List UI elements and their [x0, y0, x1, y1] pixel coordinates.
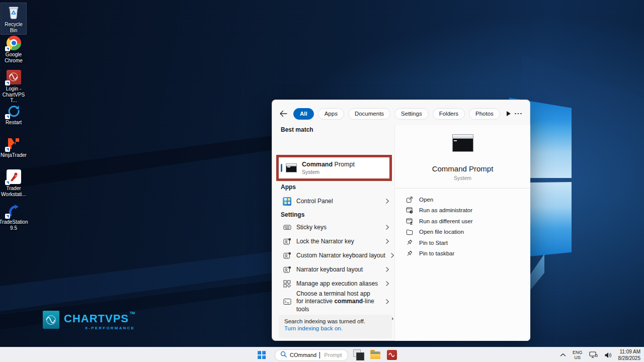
chevron-right-icon [385, 224, 390, 230]
preview-subtitle: System [454, 175, 471, 181]
narrator-icon [283, 266, 291, 274]
search-typed-text: COmmand [290, 352, 316, 358]
watermark-tm: TM [130, 311, 135, 315]
time: 11:09 AM [618, 348, 641, 355]
setting-item-lock-narrator-key[interactable]: Lock the Narrator key [279, 234, 392, 248]
taskbar-app-window[interactable] [353, 348, 365, 361]
chevron-right-icon [385, 281, 390, 287]
chartvps-logo-icon [43, 311, 59, 329]
watermark-tagline: X-PERFORMANCE [64, 326, 135, 330]
taskbar-search-input[interactable]: COmmand Prompt [275, 349, 348, 361]
desktop-icon-google-chrome[interactable]: Google Chrome [1, 33, 26, 64]
setting-item-custom-narrator-layout[interactable]: Custom Narrator keyboard layout [279, 248, 392, 262]
desktop-icon-label: NinjaTrader [1, 152, 27, 158]
language-indicator[interactable]: ENG US [572, 348, 584, 361]
action-open[interactable]: Open [406, 194, 530, 205]
chevron-right-icon [385, 238, 390, 244]
narrator-icon [283, 252, 291, 259]
terminal-host-icon [283, 298, 291, 305]
date: 8/28/2025 [618, 355, 641, 361]
settings-header: Settings [281, 211, 304, 218]
pin-icon [406, 250, 413, 257]
shortcut-arrow-icon [5, 214, 10, 219]
tab-documents[interactable]: Documents [348, 108, 390, 120]
keyboard-icon [283, 224, 291, 231]
tab-apps[interactable]: Apps [318, 108, 344, 120]
chartvps-login-icon [6, 69, 22, 85]
desktop-icon-label: Google [6, 52, 22, 57]
action-list: Open Run as administrator Run as differe… [395, 189, 530, 259]
tab-photos[interactable]: Photos [469, 108, 500, 120]
best-match-header: Best match [281, 126, 313, 133]
setting-item-narrator-layout[interactable]: Narrator keyboard layout [279, 262, 392, 277]
app-item-control-panel[interactable]: Control Panel [279, 194, 392, 209]
search-icon [280, 350, 287, 359]
setting-item-terminal-host-app[interactable]: Choose a terminal host app for interacti… [279, 291, 392, 313]
taskbar-file-explorer[interactable] [369, 348, 381, 361]
turn-indexing-link[interactable]: Turn indexing back on. [284, 325, 386, 331]
network-icon[interactable] [588, 348, 599, 361]
taskbar-chartvps-app[interactable] [386, 348, 398, 361]
shortcut-arrow-icon [5, 80, 10, 85]
chartvps-app-icon [387, 350, 397, 360]
search-tab-bar: All Apps Documents Settings Folders Phot… [272, 100, 530, 122]
search-suggestion-text: Prompt [324, 352, 342, 358]
back-button[interactable] [279, 110, 287, 117]
highlight-box: Command Prompt System [276, 155, 392, 181]
apps-header: Apps [281, 184, 296, 191]
desktop-icon-label: Restart [6, 120, 22, 125]
desktop-icon-login-chartvps[interactable]: Login - ChartVPS T... [1, 67, 26, 105]
ninjatrader-icon [6, 135, 22, 151]
action-run-as-administrator[interactable]: Run as administrator [406, 205, 530, 216]
result-title-rest: Prompt [333, 161, 355, 168]
indexing-notice: Search indexing was turned off. Turn ind… [279, 315, 392, 338]
command-prompt-icon-large [452, 134, 473, 152]
hidden-icons-chevron[interactable] [559, 348, 567, 361]
shortcut-arrow-icon [5, 46, 10, 51]
command-prompt-icon [286, 163, 297, 172]
tab-folders[interactable]: Folders [433, 108, 465, 120]
text-cursor [319, 352, 320, 358]
desktop-icon-label: Trader [6, 186, 21, 191]
more-tabs-icon[interactable] [507, 111, 511, 116]
tab-all[interactable]: All [293, 108, 314, 120]
shortcut-arrow-icon [5, 114, 10, 119]
tab-settings[interactable]: Settings [394, 108, 429, 120]
watermark-brand: CHARTVPS [64, 313, 129, 324]
run-as-admin-icon [406, 207, 413, 214]
search-flyout: All Apps Documents Settings Folders Phot… [272, 100, 530, 341]
restart-icon [6, 103, 22, 119]
desktop-icon-trader-workstation[interactable]: Trader Workstati... [1, 167, 26, 198]
desktop-icon-label: Login - [6, 86, 22, 92]
result-subtitle: System [302, 169, 355, 175]
action-open-file-location[interactable]: Open file location [406, 227, 530, 238]
desktop-icon-restart[interactable]: Restart [1, 101, 26, 127]
desktop: Recycle Bin Google Chrome Login - ChartV… [0, 0, 644, 362]
action-pin-to-start[interactable]: Pin to Start [406, 237, 530, 248]
app-window-icon [353, 349, 364, 360]
system-tray: ENG US 11:09 AM 8/28/2025 [559, 347, 641, 362]
chrome-icon [6, 35, 22, 51]
desktop-icon-ninjatrader[interactable]: NinjaTrader [1, 134, 26, 159]
volume-icon[interactable] [603, 348, 613, 361]
clock[interactable]: 11:09 AM 8/28/2025 [617, 348, 642, 361]
recycle-bin-icon [6, 5, 22, 21]
setting-item-sticky-keys[interactable]: Sticky keys [279, 220, 392, 234]
indexing-message: Search indexing was turned off. [284, 318, 386, 324]
windows-logo-icon [258, 351, 266, 359]
shortcut-arrow-icon [5, 180, 10, 185]
preview-title: Command Prompt [432, 164, 494, 173]
pin-icon [406, 239, 413, 246]
desktop-icon-tradestation[interactable]: TradeStation 9.5 [1, 201, 26, 232]
desktop-icon-label: 9.5 [10, 225, 17, 231]
desktop-icon-recycle-bin[interactable]: Recycle Bin [1, 3, 26, 34]
action-pin-to-taskbar[interactable]: Pin to taskbar [406, 248, 530, 259]
folder-icon [406, 229, 413, 235]
start-button[interactable] [253, 348, 270, 361]
action-run-as-different-user[interactable]: Run as different user [406, 216, 530, 227]
run-as-user-icon [406, 218, 413, 225]
shortcut-arrow-icon [5, 147, 10, 152]
options-ellipsis-icon[interactable] [515, 113, 522, 115]
result-command-prompt[interactable]: Command Prompt System [279, 157, 389, 178]
setting-item-app-execution-aliases[interactable]: Manage app execution aliases [279, 277, 392, 291]
